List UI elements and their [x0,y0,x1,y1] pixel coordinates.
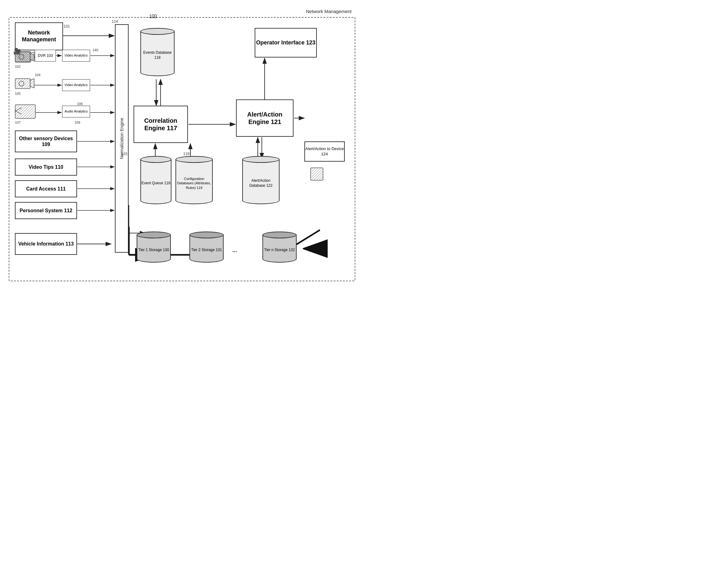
events-database: Events Database 118 [140,28,175,76]
video-analytics-mid: Video Analytics [62,79,90,91]
label-119: 119 [183,152,189,156]
label-108: 108 [75,121,80,124]
network-management-box: Network Management [15,23,63,50]
dvr-box: DVR 103 [35,50,56,62]
audio-analytics-box: Audio Analytics [62,106,90,118]
page-container: Network Management 100 [0,0,364,287]
label-104: 104 [35,73,40,77]
label-140: 140 [93,48,98,52]
label-101: 101 [64,24,70,29]
config-database: Configuration Databases (Attributes, Rul… [176,156,213,204]
alert-action-database: Alert/Action Database 122 [242,156,279,204]
device-icon-124 [309,166,325,182]
tiern-storage: Tier n Storage 132 [263,232,297,262]
svg-rect-39 [15,79,30,89]
video-tips-box: Video Tips 110 [15,159,77,175]
audio-107-svg [14,103,37,120]
system-label: 100 [149,13,157,18]
video-analytics-top: Video Analytics [62,50,90,62]
label-105: 105 [15,92,20,95]
card-access-box: Card Access 111 [15,180,77,197]
svg-marker-36 [30,52,34,61]
label-102: 102 [15,65,20,68]
corner-label: Network Management [306,9,352,14]
camera-105-svg [14,77,35,93]
svg-marker-40 [30,79,34,88]
operator-interface: Operator Interface 123 [255,28,317,57]
alert-action-device: Alert/Action to Device 124 [304,141,345,162]
camera-102-svg [14,50,35,66]
tier1-storage: Tier 1 Storage 130 [137,232,171,262]
label-114: 114 [112,19,118,24]
ellipsis: ... [232,247,237,254]
vehicle-info-box: Vehicle Information 113 [15,233,77,255]
tier-n-arrow [303,239,328,258]
svg-rect-48 [311,168,323,180]
alert-action-engine: Alert/Action Engine 121 [236,99,293,137]
svg-rect-43 [15,105,35,118]
label-115: 115 [121,152,127,156]
correlation-engine: Correlation Engine 117 [134,106,188,143]
tier2-storage: Tier 2 Storage 131 [189,232,224,262]
svg-rect-35 [15,52,30,62]
label-107: 107 [15,121,20,124]
normalization-engine: Normalization Engine [115,24,129,253]
event-queue: Event Queue 116 [140,156,172,204]
personnel-system-box: Personnel System 112 [15,202,77,219]
label-106: 106 [77,102,83,106]
other-sensory-box: Other sensory Devices 109 [15,130,77,152]
